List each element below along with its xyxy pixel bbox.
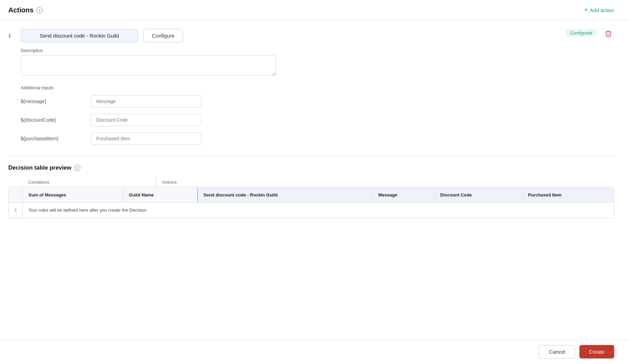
col-group-labels: Conditions Actions	[8, 178, 614, 187]
variable-purchased-item: ${purchasedItem}	[21, 136, 83, 141]
decision-preview-section: Decision table preview i Conditions Acti…	[8, 164, 614, 218]
add-action-plus-icon: +	[584, 7, 588, 14]
description-section: Description	[21, 48, 614, 77]
delete-action-button[interactable]	[602, 29, 614, 40]
th-sum-messages: Sum of Messages	[23, 188, 123, 203]
th-purchased-item: Purchased Item	[522, 188, 614, 203]
input-discount-code[interactable]	[91, 114, 201, 126]
configure-button[interactable]: Configure	[143, 29, 183, 42]
th-send-discount: Send discount code - Rockin Guild	[197, 188, 373, 203]
th-message: Message	[373, 188, 435, 203]
description-textarea[interactable]	[21, 55, 276, 76]
row-number-cell: 1	[9, 203, 23, 218]
th-guild-name: Guild Name	[123, 188, 197, 203]
footer-actions: Cancel Create	[0, 339, 628, 364]
actions-title: Actions	[8, 6, 33, 14]
variable-message: ${message}	[21, 99, 83, 104]
create-button[interactable]: Create	[579, 345, 614, 358]
action-row: 1 Send discount code - Rockin Guild Conf…	[8, 29, 614, 42]
main-content: 1 Send discount code - Rockin Guild Conf…	[0, 21, 628, 237]
table-row: 1 Your rules will be defined here after …	[9, 203, 614, 218]
add-action-button[interactable]: + Add action	[584, 7, 614, 14]
empty-row-message: Your rules will be defined here after yo…	[23, 203, 614, 218]
cancel-button[interactable]: Cancel	[539, 345, 575, 358]
actions-title-group: Actions i	[8, 6, 42, 14]
input-purchased-item[interactable]	[91, 132, 201, 145]
decision-preview-info-icon[interactable]: i	[74, 165, 80, 171]
input-message[interactable]	[91, 95, 201, 108]
th-row-num	[9, 188, 23, 203]
add-action-label: Add action	[590, 7, 614, 13]
input-row-discount-code: ${discountCode}	[21, 114, 614, 126]
preview-table-wrapper: Sum of Messages Guild Name Send discount…	[8, 187, 614, 218]
variable-discount-code: ${discountCode}	[21, 117, 83, 123]
page-container: Actions i + Add action 1 Send discount c…	[0, 0, 628, 364]
action-name-button[interactable]: Send discount code - Rockin Guild	[21, 29, 138, 42]
decision-preview-title: Decision table preview	[8, 164, 71, 171]
configured-badge: Configured	[565, 29, 597, 37]
description-label: Description	[21, 48, 614, 53]
conditions-group-label: Conditions	[8, 178, 156, 187]
decision-preview-header: Decision table preview i	[8, 164, 614, 171]
input-row-purchased-item: ${purchasedItem}	[21, 132, 614, 145]
actions-header: Actions i + Add action	[0, 0, 628, 21]
header-info-icon[interactable]: i	[36, 7, 42, 13]
additional-inputs-label: Additional inputs	[21, 85, 614, 90]
input-row-message: ${message}	[21, 95, 614, 108]
additional-inputs-section: Additional inputs ${message} ${discountC…	[21, 85, 614, 145]
actions-group-label: Actions	[156, 178, 182, 187]
table-header-row: Sum of Messages Guild Name Send discount…	[9, 188, 614, 203]
action-number: 1	[8, 29, 15, 38]
preview-table: Sum of Messages Guild Name Send discount…	[9, 187, 614, 218]
section-divider	[8, 156, 614, 156]
th-discount-code: Discount Code	[435, 188, 523, 203]
